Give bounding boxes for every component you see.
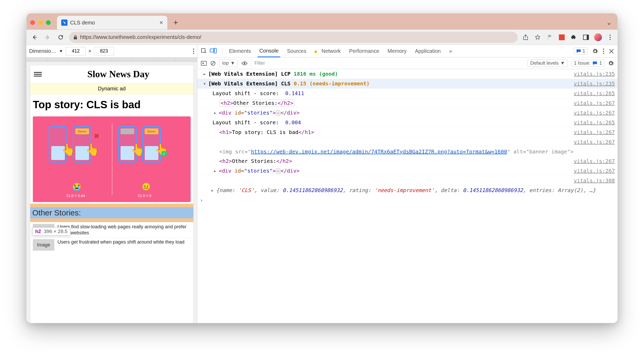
source-link[interactable]: vitals.js:235 — [574, 70, 615, 78]
clear-console-icon[interactable] — [210, 61, 216, 66]
message-bubble-icon — [576, 49, 581, 53]
browser-menu-button[interactable] — [606, 33, 614, 42]
console-sidebar-toggle-icon[interactable] — [201, 61, 207, 66]
minimize-window-button[interactable] — [38, 20, 43, 25]
warning-icon: ▲ — [313, 48, 318, 54]
tabs-overflow-button[interactable]: ⌄ — [606, 19, 612, 26]
close-window-button[interactable] — [30, 20, 35, 25]
tab-console[interactable]: Console — [258, 45, 280, 57]
console-settings-gear-icon[interactable] — [608, 60, 614, 66]
dimensions-dropdown[interactable]: Dimensio… — [29, 48, 56, 54]
issues-button[interactable]: 1 Issue: 1 — [572, 60, 604, 67]
address-bar[interactable]: https://www.tunetheweb.com/experiments/c… — [69, 32, 518, 43]
log-row[interactable]: ▸ <div id="stories">⋯</div> vitals.js:26… — [197, 166, 617, 176]
tooltip-tagname: h2 — [35, 229, 41, 234]
log-row[interactable]: ▸ [Web Vitals Extension] LCP 1816 ms (go… — [197, 69, 617, 79]
console-prompt[interactable]: › — [197, 195, 617, 205]
source-link[interactable]: vitals.js:235 — [574, 80, 615, 87]
settings-gear-icon[interactable] — [592, 48, 598, 54]
bookmark-star-icon[interactable] — [533, 33, 542, 42]
source-link[interactable]: vitals.js:267 — [574, 167, 615, 175]
top-story-heading: Top story: CLS is bad — [30, 95, 193, 115]
log-levels-dropdown[interactable]: Default levels▼ — [527, 59, 568, 67]
svg-point-4 — [610, 39, 611, 40]
story-row[interactable]: Image Users get frustrated when pages sh… — [30, 237, 193, 252]
collapse-arrow-icon[interactable]: ▾ — [203, 80, 208, 87]
img-src-link[interactable]: https://web-dev.imgix.net/image/admin/74… — [251, 148, 507, 155]
live-expression-icon[interactable] — [242, 61, 247, 65]
tab-application[interactable]: Application — [413, 45, 442, 57]
console-filter-input[interactable]: Filter — [251, 59, 524, 68]
log-row[interactable]: <h2>Other Stories:</h2> vitals.js:267 — [197, 156, 617, 166]
maximize-window-button[interactable] — [46, 20, 51, 25]
log-row[interactable]: <img src="https://web-dev.imgix.net/imag… — [197, 147, 617, 156]
tooltip-dimensions: 396 × 28.5 — [44, 229, 67, 234]
svg-point-2 — [610, 34, 611, 35]
tab-sources[interactable]: Sources — [285, 45, 308, 57]
check-icon: ✓ — [162, 151, 167, 156]
execution-context-dropdown[interactable]: top▼ — [219, 59, 238, 67]
source-link[interactable]: vitals.js:267 — [574, 157, 615, 165]
svg-point-16 — [244, 63, 245, 64]
source-link[interactable]: vitals.js:267 — [574, 99, 615, 107]
log-row[interactable]: <h2>Other Stories:</h2> vitals.js:267 — [197, 98, 617, 108]
flag-icon[interactable] — [546, 33, 554, 42]
devtools-tabbar: Elements Console Sources ▲ Network Perfo… — [197, 45, 617, 58]
log-row[interactable]: Layout shift - score: 0.004 vitals.js:26… — [197, 118, 617, 127]
story-text: Users find slow-loading web pages really… — [58, 224, 191, 236]
shift-score: 0.004 — [285, 119, 301, 126]
neutral-emoji-icon: 😐 — [142, 182, 151, 191]
extension-red-icon[interactable] — [558, 33, 566, 42]
source-link[interactable]: vitals.js:265 — [574, 89, 615, 97]
forward-button[interactable] — [43, 33, 52, 42]
close-devtools-icon[interactable] — [609, 49, 614, 54]
dimension-separator: × — [88, 48, 91, 54]
profile-avatar[interactable] — [594, 33, 602, 42]
close-tab-button[interactable]: × — [159, 19, 163, 26]
extensions-puzzle-icon[interactable] — [570, 33, 578, 42]
browser-tab[interactable]: CLS demo × — [57, 16, 167, 29]
log-text: Layout shift - score: — [212, 119, 285, 126]
height-input[interactable] — [94, 47, 114, 55]
tabs-overflow[interactable]: » — [448, 45, 454, 57]
console-toolbar: top▼ Filter Default levels▼ 1 Issue: — [197, 58, 617, 69]
new-tab-button[interactable]: + — [170, 17, 181, 28]
log-row[interactable]: ▸ <div id="stories">⋯</div> vitals.js:26… — [197, 108, 617, 118]
devtools-menu-icon[interactable] — [603, 48, 604, 54]
source-link[interactable]: vitals.js:308 — [574, 177, 615, 184]
source-link[interactable]: vitals.js:267 — [574, 128, 615, 136]
tab-memory[interactable]: Memory — [386, 45, 408, 57]
tab-network[interactable]: Network — [320, 45, 342, 57]
expand-arrow-icon[interactable]: ▸ — [214, 167, 219, 175]
expand-arrow-icon[interactable]: ▸ — [214, 109, 219, 117]
expand-arrow-icon[interactable]: ▸ — [203, 70, 208, 78]
element-picker-icon[interactable] — [201, 48, 207, 54]
log-row[interactable]: <h1>Top story: CLS is bad</h1> vitals.js… — [197, 127, 617, 137]
messages-badge[interactable]: 1 — [574, 48, 588, 55]
reload-button[interactable] — [56, 33, 65, 42]
sidepanel-icon[interactable] — [582, 33, 590, 42]
log-row[interactable]: ▾ [Web Vitals Extension] CLS 0.15 (needs… — [197, 79, 617, 89]
rendered-page[interactable]: Slow News Day Dynamic ad Top story: CLS … — [30, 65, 193, 323]
log-row[interactable]: vitals.js:308 — [197, 176, 617, 185]
device-toggle-icon[interactable] — [210, 48, 217, 54]
log-row[interactable]: ▸ {name: 'CLS', value: 0.145118628609869… — [197, 185, 617, 195]
width-input[interactable] — [66, 47, 86, 55]
messages-count: 1 — [583, 48, 585, 54]
cls-value: 0.15 (needs-improvement) — [294, 80, 370, 87]
back-button[interactable] — [30, 33, 39, 42]
log-row[interactable]: vitals.js:267 — [197, 137, 617, 147]
source-link[interactable]: vitals.js:267 — [574, 109, 615, 117]
log-row[interactable]: Layout shift - score: 0.1411 vitals.js:2… — [197, 89, 617, 98]
tab-performance[interactable]: Performance — [347, 45, 381, 57]
issues-label: 1 Issue: — [574, 60, 590, 66]
device-toolbar-menu[interactable] — [193, 48, 194, 54]
hamburger-menu-icon[interactable] — [34, 72, 42, 76]
share-icon[interactable] — [521, 33, 530, 42]
source-link[interactable]: vitals.js:265 — [574, 118, 615, 126]
source-link[interactable]: vitals.js:267 — [574, 138, 615, 146]
tab-elements[interactable]: Elements — [227, 45, 252, 57]
traffic-lights — [30, 20, 51, 25]
expand-arrow-icon[interactable]: ▸ — [211, 186, 216, 194]
device-frame: Slow News Day Dynamic ad Top story: CLS … — [27, 58, 197, 323]
